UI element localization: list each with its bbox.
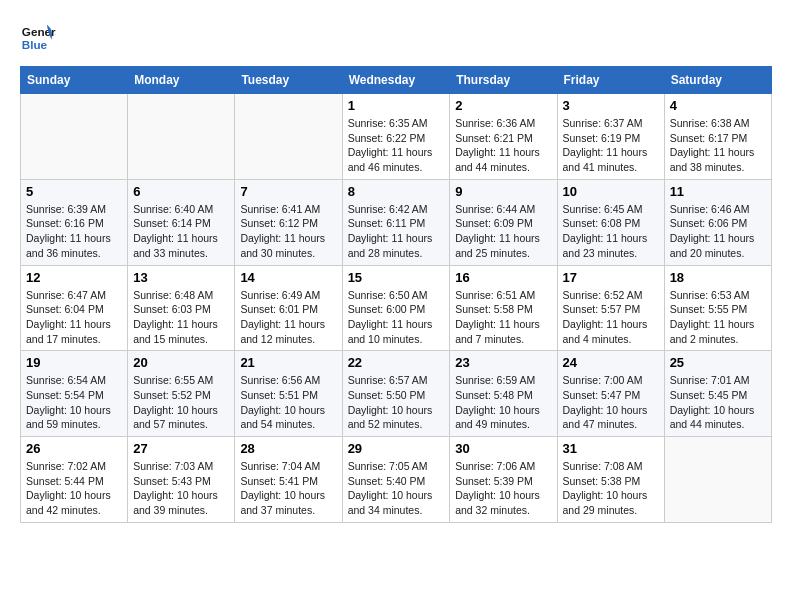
day-info: Sunrise: 7:01 AM Sunset: 5:45 PM Dayligh…	[670, 373, 766, 432]
calendar-cell: 2Sunrise: 6:36 AM Sunset: 6:21 PM Daylig…	[450, 94, 557, 180]
calendar-cell: 27Sunrise: 7:03 AM Sunset: 5:43 PM Dayli…	[128, 437, 235, 523]
day-number: 19	[26, 355, 122, 370]
day-number: 15	[348, 270, 445, 285]
day-info: Sunrise: 6:54 AM Sunset: 5:54 PM Dayligh…	[26, 373, 122, 432]
day-info: Sunrise: 6:55 AM Sunset: 5:52 PM Dayligh…	[133, 373, 229, 432]
day-info: Sunrise: 7:02 AM Sunset: 5:44 PM Dayligh…	[26, 459, 122, 518]
day-info: Sunrise: 6:47 AM Sunset: 6:04 PM Dayligh…	[26, 288, 122, 347]
weekday-label: Friday	[557, 67, 664, 94]
calendar-cell: 31Sunrise: 7:08 AM Sunset: 5:38 PM Dayli…	[557, 437, 664, 523]
day-info: Sunrise: 6:36 AM Sunset: 6:21 PM Dayligh…	[455, 116, 551, 175]
weekday-header-row: SundayMondayTuesdayWednesdayThursdayFrid…	[21, 67, 772, 94]
day-number: 30	[455, 441, 551, 456]
day-number: 17	[563, 270, 659, 285]
calendar-cell: 18Sunrise: 6:53 AM Sunset: 5:55 PM Dayli…	[664, 265, 771, 351]
calendar-cell: 29Sunrise: 7:05 AM Sunset: 5:40 PM Dayli…	[342, 437, 450, 523]
day-number: 21	[240, 355, 336, 370]
day-number: 16	[455, 270, 551, 285]
day-info: Sunrise: 7:00 AM Sunset: 5:47 PM Dayligh…	[563, 373, 659, 432]
day-number: 2	[455, 98, 551, 113]
day-info: Sunrise: 6:57 AM Sunset: 5:50 PM Dayligh…	[348, 373, 445, 432]
calendar-cell	[21, 94, 128, 180]
logo: General Blue	[20, 20, 56, 56]
calendar-cell: 13Sunrise: 6:48 AM Sunset: 6:03 PM Dayli…	[128, 265, 235, 351]
day-number: 18	[670, 270, 766, 285]
day-number: 22	[348, 355, 445, 370]
calendar-cell: 20Sunrise: 6:55 AM Sunset: 5:52 PM Dayli…	[128, 351, 235, 437]
calendar-week-row: 26Sunrise: 7:02 AM Sunset: 5:44 PM Dayli…	[21, 437, 772, 523]
day-number: 23	[455, 355, 551, 370]
calendar-cell: 6Sunrise: 6:40 AM Sunset: 6:14 PM Daylig…	[128, 179, 235, 265]
calendar-cell: 9Sunrise: 6:44 AM Sunset: 6:09 PM Daylig…	[450, 179, 557, 265]
weekday-label: Tuesday	[235, 67, 342, 94]
day-number: 29	[348, 441, 445, 456]
day-info: Sunrise: 6:38 AM Sunset: 6:17 PM Dayligh…	[670, 116, 766, 175]
weekday-label: Sunday	[21, 67, 128, 94]
day-info: Sunrise: 6:40 AM Sunset: 6:14 PM Dayligh…	[133, 202, 229, 261]
day-info: Sunrise: 6:42 AM Sunset: 6:11 PM Dayligh…	[348, 202, 445, 261]
calendar-cell: 21Sunrise: 6:56 AM Sunset: 5:51 PM Dayli…	[235, 351, 342, 437]
day-info: Sunrise: 6:35 AM Sunset: 6:22 PM Dayligh…	[348, 116, 445, 175]
calendar-cell: 17Sunrise: 6:52 AM Sunset: 5:57 PM Dayli…	[557, 265, 664, 351]
calendar-cell: 28Sunrise: 7:04 AM Sunset: 5:41 PM Dayli…	[235, 437, 342, 523]
day-info: Sunrise: 6:45 AM Sunset: 6:08 PM Dayligh…	[563, 202, 659, 261]
calendar-week-row: 19Sunrise: 6:54 AM Sunset: 5:54 PM Dayli…	[21, 351, 772, 437]
calendar-cell: 12Sunrise: 6:47 AM Sunset: 6:04 PM Dayli…	[21, 265, 128, 351]
day-number: 8	[348, 184, 445, 199]
day-number: 9	[455, 184, 551, 199]
day-number: 25	[670, 355, 766, 370]
day-number: 26	[26, 441, 122, 456]
day-number: 7	[240, 184, 336, 199]
day-number: 11	[670, 184, 766, 199]
day-number: 1	[348, 98, 445, 113]
calendar-cell: 3Sunrise: 6:37 AM Sunset: 6:19 PM Daylig…	[557, 94, 664, 180]
day-info: Sunrise: 6:44 AM Sunset: 6:09 PM Dayligh…	[455, 202, 551, 261]
day-info: Sunrise: 6:49 AM Sunset: 6:01 PM Dayligh…	[240, 288, 336, 347]
day-number: 6	[133, 184, 229, 199]
calendar-cell: 10Sunrise: 6:45 AM Sunset: 6:08 PM Dayli…	[557, 179, 664, 265]
calendar-cell: 30Sunrise: 7:06 AM Sunset: 5:39 PM Dayli…	[450, 437, 557, 523]
day-info: Sunrise: 6:41 AM Sunset: 6:12 PM Dayligh…	[240, 202, 336, 261]
calendar-cell: 1Sunrise: 6:35 AM Sunset: 6:22 PM Daylig…	[342, 94, 450, 180]
weekday-label: Saturday	[664, 67, 771, 94]
day-number: 12	[26, 270, 122, 285]
calendar-cell: 19Sunrise: 6:54 AM Sunset: 5:54 PM Dayli…	[21, 351, 128, 437]
calendar-table: SundayMondayTuesdayWednesdayThursdayFrid…	[20, 66, 772, 523]
calendar-cell: 7Sunrise: 6:41 AM Sunset: 6:12 PM Daylig…	[235, 179, 342, 265]
weekday-label: Thursday	[450, 67, 557, 94]
calendar-cell: 15Sunrise: 6:50 AM Sunset: 6:00 PM Dayli…	[342, 265, 450, 351]
svg-text:Blue: Blue	[22, 38, 48, 51]
day-info: Sunrise: 6:52 AM Sunset: 5:57 PM Dayligh…	[563, 288, 659, 347]
calendar-cell: 8Sunrise: 6:42 AM Sunset: 6:11 PM Daylig…	[342, 179, 450, 265]
day-info: Sunrise: 7:08 AM Sunset: 5:38 PM Dayligh…	[563, 459, 659, 518]
calendar-cell: 14Sunrise: 6:49 AM Sunset: 6:01 PM Dayli…	[235, 265, 342, 351]
calendar-cell	[128, 94, 235, 180]
day-number: 27	[133, 441, 229, 456]
day-info: Sunrise: 6:37 AM Sunset: 6:19 PM Dayligh…	[563, 116, 659, 175]
day-number: 3	[563, 98, 659, 113]
calendar-week-row: 12Sunrise: 6:47 AM Sunset: 6:04 PM Dayli…	[21, 265, 772, 351]
calendar-cell	[664, 437, 771, 523]
calendar-cell: 24Sunrise: 7:00 AM Sunset: 5:47 PM Dayli…	[557, 351, 664, 437]
calendar-cell: 23Sunrise: 6:59 AM Sunset: 5:48 PM Dayli…	[450, 351, 557, 437]
day-number: 24	[563, 355, 659, 370]
day-number: 4	[670, 98, 766, 113]
day-info: Sunrise: 7:03 AM Sunset: 5:43 PM Dayligh…	[133, 459, 229, 518]
calendar-cell: 22Sunrise: 6:57 AM Sunset: 5:50 PM Dayli…	[342, 351, 450, 437]
day-info: Sunrise: 6:56 AM Sunset: 5:51 PM Dayligh…	[240, 373, 336, 432]
calendar-cell: 5Sunrise: 6:39 AM Sunset: 6:16 PM Daylig…	[21, 179, 128, 265]
day-number: 10	[563, 184, 659, 199]
day-info: Sunrise: 6:51 AM Sunset: 5:58 PM Dayligh…	[455, 288, 551, 347]
calendar-cell: 26Sunrise: 7:02 AM Sunset: 5:44 PM Dayli…	[21, 437, 128, 523]
calendar-week-row: 1Sunrise: 6:35 AM Sunset: 6:22 PM Daylig…	[21, 94, 772, 180]
day-number: 14	[240, 270, 336, 285]
logo-icon: General Blue	[20, 20, 56, 56]
day-number: 28	[240, 441, 336, 456]
calendar-cell: 25Sunrise: 7:01 AM Sunset: 5:45 PM Dayli…	[664, 351, 771, 437]
calendar-week-row: 5Sunrise: 6:39 AM Sunset: 6:16 PM Daylig…	[21, 179, 772, 265]
day-number: 20	[133, 355, 229, 370]
day-info: Sunrise: 7:05 AM Sunset: 5:40 PM Dayligh…	[348, 459, 445, 518]
day-number: 5	[26, 184, 122, 199]
page-header: General Blue	[20, 20, 772, 56]
calendar-cell: 4Sunrise: 6:38 AM Sunset: 6:17 PM Daylig…	[664, 94, 771, 180]
